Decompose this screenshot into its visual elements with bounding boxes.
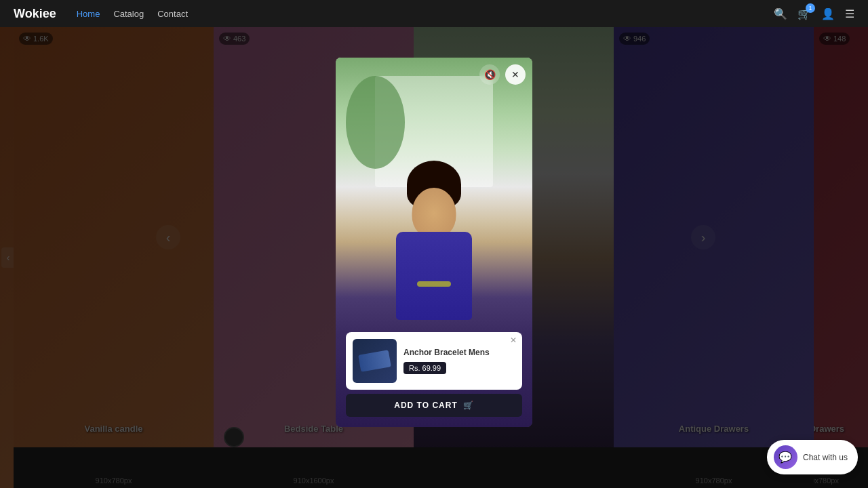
brand-logo: Wokiee xyxy=(14,7,56,21)
product-name: Anchor Bracelet Mens xyxy=(403,348,515,359)
nav-link-catalog[interactable]: Catalog xyxy=(113,9,144,19)
product-close-icon[interactable]: ✕ xyxy=(510,336,517,345)
close-button[interactable]: ✕ xyxy=(505,64,526,85)
product-info: Anchor Bracelet Mens Rs. 69.99 xyxy=(403,348,515,374)
navbar: Wokiee Home Catalog Contact 🔍 🛒 1 👤 ☰ xyxy=(0,0,868,27)
mute-icon: 🔇 xyxy=(484,69,496,80)
product-thumbnail xyxy=(353,339,397,383)
user-icon[interactable]: 👤 xyxy=(821,7,835,20)
cart-button-icon: 🛒 xyxy=(463,401,474,410)
nav-link-home[interactable]: Home xyxy=(77,9,100,19)
chat-label: Chat with us xyxy=(803,453,848,462)
mute-button[interactable]: 🔇 xyxy=(479,64,500,85)
nav-link-contact[interactable]: Contact xyxy=(157,9,188,19)
navbar-icons: 🔍 🛒 1 👤 ☰ xyxy=(774,7,854,20)
search-icon[interactable]: 🔍 xyxy=(774,7,787,20)
cart-badge: 1 xyxy=(806,3,815,13)
close-icon: ✕ xyxy=(511,69,519,80)
product-card: Anchor Bracelet Mens Rs. 69.99 ✕ xyxy=(346,332,522,390)
product-price: Rs. 69.99 xyxy=(403,362,446,374)
menu-icon[interactable]: ☰ xyxy=(845,7,854,20)
add-to-cart-button[interactable]: ADD TO CART 🛒 xyxy=(346,394,522,417)
chat-widget[interactable]: 💬 Chat with us xyxy=(767,440,858,474)
nav-links: Home Catalog Contact xyxy=(77,9,188,19)
video-modal: 🔇 ✕ Anchor Bracelet Mens Rs. 69.99 ✕ ADD… xyxy=(336,58,532,427)
cart-icon[interactable]: 🛒 1 xyxy=(797,7,811,20)
modal-controls: 🔇 ✕ xyxy=(479,64,526,85)
add-to-cart-label: ADD TO CART xyxy=(394,401,457,410)
chat-icon: 💬 xyxy=(774,445,797,469)
